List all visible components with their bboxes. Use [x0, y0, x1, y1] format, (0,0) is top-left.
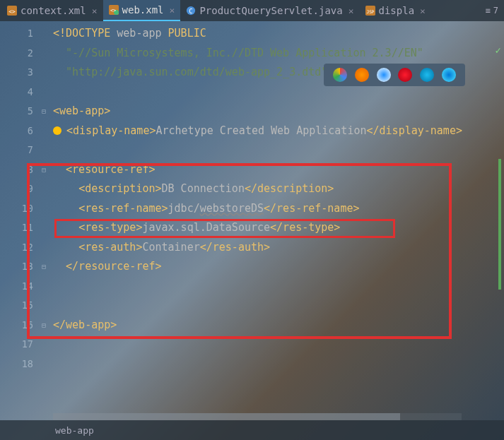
- editor-area[interactable]: 123456789101112131415161718 ⊟ ⊟ ⊟ ⊟ <!DO…: [0, 21, 504, 420]
- tabs-list: <>context.xml×<>web.xml×CProductQuerySer…: [1, 0, 431, 21]
- close-icon[interactable]: ×: [92, 6, 98, 16]
- tab-label: web.xml: [122, 4, 164, 16]
- file-icon: C: [186, 6, 196, 16]
- change-marker: [498, 159, 501, 290]
- line-gutter: 123456789101112131415161718: [0, 21, 39, 420]
- svg-text:C: C: [189, 8, 193, 15]
- tab-ProductQueryServlet-java[interactable]: CProductQueryServlet.java×: [180, 0, 359, 21]
- close-icon[interactable]: ×: [420, 6, 426, 16]
- tab-counter: 7: [493, 6, 498, 16]
- file-icon: <>: [109, 5, 119, 15]
- ie-icon[interactable]: [420, 68, 434, 82]
- close-icon[interactable]: ×: [170, 5, 175, 16]
- list-icon[interactable]: ≡: [486, 6, 491, 16]
- close-icon[interactable]: ×: [348, 6, 354, 16]
- tab-displa[interactable]: JSPdispla×: [360, 0, 431, 21]
- file-icon: JSP: [365, 6, 375, 16]
- tab-context-xml[interactable]: <>context.xml×: [1, 0, 103, 21]
- inspection-ok-icon[interactable]: ✓: [496, 44, 501, 56]
- horizontal-scrollbar[interactable]: [53, 413, 462, 420]
- scrollbar-thumb[interactable]: [53, 413, 400, 420]
- svg-text:JSP: JSP: [366, 9, 374, 14]
- firefox-icon[interactable]: [355, 68, 369, 82]
- tab-label: ProductQueryServlet.java: [199, 5, 342, 16]
- tab-label: context.xml: [20, 5, 86, 16]
- fold-gutter[interactable]: ⊟ ⊟ ⊟ ⊟: [39, 21, 49, 420]
- svg-text:<>: <>: [110, 8, 115, 13]
- tab-bar: <>context.xml×<>web.xml×CProductQuerySer…: [0, 0, 504, 21]
- file-icon: <>: [7, 6, 17, 16]
- safari-icon[interactable]: [377, 68, 391, 82]
- tab-label: displa: [379, 5, 415, 16]
- tab-web-xml[interactable]: <>web.xml×: [103, 0, 181, 21]
- breadcrumb-bar[interactable]: web-app: [0, 420, 504, 440]
- svg-text:<>: <>: [8, 8, 16, 15]
- browser-preview-toolbar: [324, 64, 465, 86]
- breadcrumb-item[interactable]: web-app: [55, 425, 94, 436]
- opera-icon[interactable]: [398, 68, 412, 82]
- chrome-icon[interactable]: [333, 68, 347, 82]
- edge-icon[interactable]: [442, 68, 456, 82]
- tab-toolbar: ≡ 7: [486, 6, 503, 16]
